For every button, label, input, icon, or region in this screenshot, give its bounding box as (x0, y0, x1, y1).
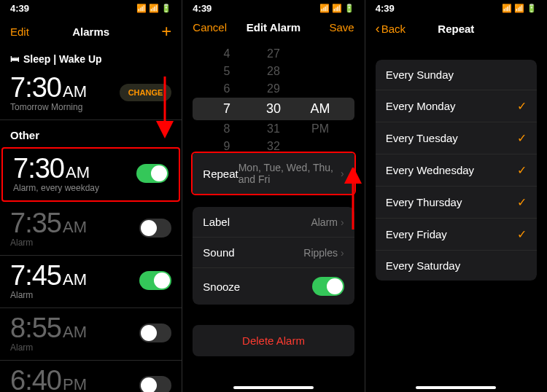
status-time: 4:39 (10, 3, 29, 14)
label-row[interactable]: Label Alarm› (193, 207, 354, 238)
repeat-row[interactable]: Repeat Mon, Tue, Wed, Thu, and Fri› (193, 153, 354, 194)
alarm-toggle[interactable] (139, 376, 171, 393)
alarm-toggle[interactable] (136, 164, 168, 183)
snooze-row: Snooze (193, 268, 354, 305)
day-row[interactable]: Every Wednesday✓ (376, 154, 537, 187)
edit-button[interactable]: Edit (10, 26, 54, 38)
check-icon: ✓ (517, 227, 527, 241)
back-button[interactable]: ‹Back (376, 21, 419, 36)
status-bar: 4:39 📶 📶 🔋 (182, 0, 364, 15)
alarm-row[interactable]: 6:40PMMilk, every day (0, 361, 182, 392)
status-bar: 4:39 📶 📶 🔋 (0, 0, 182, 15)
sound-row[interactable]: Sound Ripples› (193, 238, 354, 268)
status-indicators: 📶 📶 🔋 (136, 4, 171, 13)
chevron-right-icon: › (341, 247, 344, 259)
day-row[interactable]: Every Thursday✓ (376, 187, 537, 219)
sleep-header: 🛏 Sleep | Wake Up (0, 47, 182, 68)
page-title: Alarms (54, 26, 128, 38)
alarm-row[interactable]: 7:45AMAlarm (0, 256, 182, 308)
day-row[interactable]: Every Tuesday✓ (376, 122, 537, 154)
check-icon: ✓ (517, 195, 527, 209)
chevron-left-icon: ‹ (376, 21, 380, 36)
alarm-toggle[interactable] (139, 324, 171, 342)
repeat-screen: 4:39 📶 📶 🔋 ‹Back Repeat Every SundayEver… (365, 0, 547, 392)
day-row[interactable]: Every Sunday (376, 60, 537, 90)
day-list: Every SundayEvery Monday✓Every Tuesday✓E… (376, 60, 537, 281)
status-indicators: 📶 📶 🔋 (319, 4, 354, 13)
alarm-list: 7:30AMAlarm, every weekday7:35AMAlarm7:4… (0, 146, 182, 392)
status-indicators: 📶 📶 🔋 (502, 4, 537, 13)
page-title: Edit Alarm (236, 21, 310, 34)
edit-alarm-screen: 4:39 📶 📶 🔋 Cancel Edit Alarm Save 427528… (182, 0, 365, 392)
snooze-toggle[interactable] (312, 277, 344, 296)
nav-bar: Cancel Edit Alarm Save (182, 15, 364, 39)
add-alarm-button[interactable]: + (128, 21, 171, 42)
alarm-toggle[interactable] (139, 271, 171, 290)
annotation-arrow-1 (154, 73, 176, 138)
check-icon: ✓ (517, 163, 527, 177)
alarms-screen: 4:39 📶 📶 🔋 Edit Alarms + 🛏 Sleep | Wake … (0, 0, 182, 392)
status-bar: 4:39 📶 📶 🔋 (365, 0, 547, 15)
home-indicator[interactable] (233, 386, 314, 389)
bed-icon: 🛏 (10, 54, 19, 64)
status-time: 4:39 (193, 3, 212, 14)
time-picker[interactable]: 427528629730AM831PM932 (182, 45, 364, 140)
alarm-row[interactable]: 7:30AMAlarm, every weekday (1, 147, 180, 202)
nav-bar: Edit Alarms + (0, 15, 182, 47)
cancel-button[interactable]: Cancel (193, 21, 236, 34)
delete-alarm-button[interactable]: Delete Alarm (193, 325, 354, 356)
day-row[interactable]: Every Friday✓ (376, 219, 537, 251)
alarm-toggle[interactable] (139, 219, 171, 238)
alarm-row[interactable]: 7:35AMAlarm (0, 203, 182, 256)
repeat-row-highlight: Repeat Mon, Tue, Wed, Thu, and Fri› (191, 152, 355, 195)
page-title: Repeat (419, 23, 493, 35)
save-button[interactable]: Save (311, 21, 354, 34)
day-row[interactable]: Every Monday✓ (376, 90, 537, 122)
settings-group: Label Alarm› Sound Ripples› Snooze (193, 207, 354, 305)
home-indicator[interactable] (416, 386, 496, 389)
day-row[interactable]: Every Saturday (376, 251, 537, 281)
annotation-arrow-2 (344, 168, 362, 233)
check-icon: ✓ (517, 99, 527, 113)
check-icon: ✓ (517, 131, 527, 145)
alarm-row[interactable]: 8:55AMAlarm (0, 308, 182, 361)
status-time: 4:39 (376, 3, 395, 14)
nav-bar: ‹Back Repeat (365, 15, 547, 42)
